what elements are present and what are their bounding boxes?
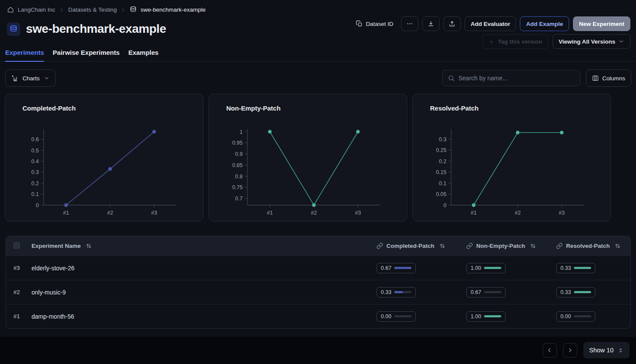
svg-text:#3: #3	[559, 210, 565, 216]
metric-pill[interactable]: 0.00	[556, 311, 595, 322]
metric-pill[interactable]: 0.33	[556, 263, 595, 273]
metric-pill[interactable]: 0.33	[556, 287, 595, 298]
plus-icon	[488, 38, 495, 45]
add-example-button[interactable]: Add Example	[520, 16, 569, 31]
next-page-button[interactable]	[563, 343, 577, 358]
column-header-resolved-patch[interactable]: Resolved-Patch	[541, 243, 630, 249]
chevron-right-icon	[566, 347, 573, 354]
up-down-chevron-icon	[618, 347, 623, 354]
metric-bar	[484, 267, 501, 269]
svg-text:#2: #2	[107, 210, 113, 216]
breadcrumb: LangChain Inc Datasets & Testing swe-ben…	[0, 0, 636, 13]
metric-bar	[574, 267, 591, 269]
svg-text:0.1: 0.1	[32, 191, 39, 197]
chevron-down-icon	[44, 75, 50, 81]
svg-text:1: 1	[240, 129, 243, 135]
ellipsis-icon	[406, 20, 413, 27]
experiment-index: #2	[6, 289, 25, 295]
svg-text:0: 0	[443, 203, 446, 209]
add-evaluator-button[interactable]: Add Evaluator	[465, 16, 516, 31]
chart-title: Completed-Patch	[5, 94, 203, 112]
sort-icon[interactable]	[529, 243, 537, 249]
sort-icon[interactable]	[439, 243, 446, 249]
chart-card-non-empty-patch: Non-Empty-Patch 10.950.90.850.80.750.7#1…	[209, 94, 407, 222]
svg-text:0.85: 0.85	[232, 162, 243, 168]
more-options-button[interactable]	[401, 16, 418, 31]
search-box[interactable]	[442, 70, 580, 86]
database-icon	[130, 6, 137, 13]
metric-bar	[394, 291, 411, 293]
table-row[interactable]: #3 elderly-stove-26 0.67 1.00 0.33	[6, 256, 630, 280]
page-title: swe-benchmark-example	[26, 22, 166, 36]
metric-bar	[484, 315, 501, 317]
chevron-right-icon	[120, 7, 126, 13]
copy-icon	[356, 20, 363, 27]
tab-experiments[interactable]: Experiments	[5, 46, 44, 61]
svg-text:0: 0	[36, 203, 39, 209]
viewing-versions-dropdown[interactable]: Viewing All Versions	[553, 34, 630, 49]
chart-title: Resolved-Patch	[413, 94, 611, 112]
table-row[interactable]: #1 damp-month-56 0.00 1.00 0.00	[6, 304, 630, 328]
metric-bar	[574, 291, 591, 293]
svg-text:0.15: 0.15	[436, 169, 446, 175]
experiments-table: Experiment Name Completed-Patch Non-Empt…	[6, 236, 631, 329]
select-all-checkbox[interactable]	[13, 242, 20, 249]
svg-text:0.4: 0.4	[32, 158, 39, 165]
experiment-index: #1	[6, 313, 25, 320]
search-input[interactable]	[459, 75, 575, 82]
experiment-index: #3	[6, 265, 25, 271]
chevron-left-icon	[546, 347, 553, 354]
svg-text:#1: #1	[63, 210, 69, 216]
line-chart-resolved-patch: 0.30.250.20.150.10.050#1#2#3	[413, 125, 611, 227]
chart-card-resolved-patch: Resolved-Patch 0.30.250.20.150.10.050#1#…	[412, 94, 611, 222]
charts-section: Completed-Patch 0.60.50.40.30.20.10#1#2#…	[0, 87, 636, 222]
download-button[interactable]	[422, 16, 440, 31]
experiment-name[interactable]: elderly-stove-26	[25, 265, 361, 272]
upload-button[interactable]	[443, 16, 461, 31]
column-header-completed-patch[interactable]: Completed-Patch	[361, 243, 451, 249]
tab-pairwise-experiments[interactable]: Pairwise Experiments	[53, 46, 120, 61]
prev-page-button[interactable]	[543, 343, 557, 358]
charts-dropdown-button[interactable]: Charts	[5, 70, 56, 87]
metric-pill[interactable]: 0.33	[377, 287, 416, 298]
table-header: Experiment Name Completed-Patch Non-Empt…	[6, 236, 630, 256]
columns-icon	[592, 75, 599, 82]
svg-text:0.6: 0.6	[32, 136, 39, 142]
tag-version-button: Tag this version	[482, 34, 548, 49]
breadcrumb-datasets[interactable]: Datasets & Testing	[68, 6, 117, 13]
column-header-non-empty-patch[interactable]: Non-Empty-Patch	[451, 243, 541, 249]
svg-text:0.2: 0.2	[32, 180, 39, 187]
svg-text:0.9: 0.9	[235, 151, 243, 157]
table-row[interactable]: #2 only-music-9 0.33 0.67 0.33	[6, 280, 630, 304]
svg-text:#3: #3	[355, 210, 361, 216]
dataset-icon	[7, 22, 20, 36]
dataset-id-button[interactable]: Dataset ID	[352, 16, 397, 31]
column-header-experiment-name[interactable]: Experiment Name	[25, 243, 361, 249]
tab-examples[interactable]: Examples	[128, 46, 158, 61]
svg-text:0.7: 0.7	[235, 196, 243, 202]
metric-pill[interactable]: 0.67	[377, 263, 416, 273]
columns-button[interactable]: Columns	[586, 70, 631, 87]
experiment-name[interactable]: only-music-9	[25, 289, 361, 296]
experiment-name[interactable]: damp-month-56	[25, 313, 361, 320]
home-icon[interactable]	[7, 6, 14, 13]
sort-icon[interactable]	[614, 243, 621, 249]
metric-pill[interactable]: 0.67	[466, 287, 506, 298]
new-experiment-button[interactable]: New Experiment	[573, 16, 630, 31]
chart-title: Non-Empty-Patch	[209, 94, 407, 112]
upload-icon	[449, 20, 456, 27]
metric-pill[interactable]: 1.00	[466, 311, 506, 322]
svg-text:0.75: 0.75	[232, 184, 243, 190]
breadcrumb-org[interactable]: LangChain Inc	[18, 6, 55, 13]
svg-text:0.1: 0.1	[439, 180, 446, 187]
metric-pill[interactable]: 1.00	[466, 263, 506, 273]
pagination: Show 10	[543, 342, 630, 358]
metric-pill[interactable]: 0.00	[377, 311, 416, 322]
link-icon	[556, 243, 563, 249]
footer-bar: Show 10	[0, 337, 636, 364]
svg-text:0.5: 0.5	[32, 148, 39, 154]
metric-bar	[484, 291, 501, 293]
sort-icon[interactable]	[85, 243, 92, 249]
chevron-right-icon	[59, 7, 65, 13]
page-size-select[interactable]: Show 10	[583, 342, 630, 358]
